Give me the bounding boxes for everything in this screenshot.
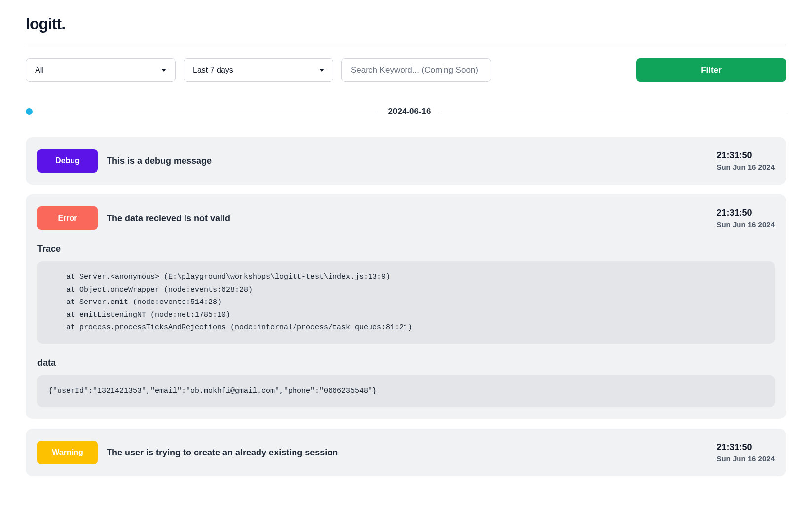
log-time: 21:31:50 (716, 208, 775, 218)
data-label: data (37, 358, 775, 368)
log-time: 21:31:50 (716, 151, 775, 161)
filter-type-select[interactable]: All (26, 58, 176, 82)
header-divider (26, 45, 786, 45)
brand-name: logitt (26, 15, 61, 33)
search-input[interactable] (341, 58, 491, 82)
filters-row: All Last 7 days Filter (26, 58, 786, 82)
divider-line (441, 112, 786, 112)
filter-range-value: Last 7 days (193, 66, 233, 75)
log-date: Sun Jun 16 2024 (716, 163, 775, 171)
level-badge: Debug (37, 149, 98, 173)
date-divider: 2024-06-16 (26, 106, 786, 117)
filter-type-value: All (35, 66, 44, 75)
log-entry: Debug This is a debug message 21:31:50 S… (26, 137, 786, 185)
date-group-label: 2024-06-16 (378, 107, 441, 116)
log-time: 21:31:50 (716, 442, 775, 453)
chevron-down-icon (161, 69, 166, 72)
log-message: The data recieved is not valid (107, 213, 707, 224)
log-message: This is a debug message (107, 156, 707, 166)
filter-range-select[interactable]: Last 7 days (184, 58, 333, 82)
divider-line (33, 112, 378, 112)
level-badge: Warning (37, 441, 98, 464)
log-entry: Error The data recieved is not valid 21:… (26, 194, 786, 419)
log-message: The user is trying to create an already … (107, 448, 707, 458)
trace-block: at Server.<anonymous> (E:\playground\wor… (37, 261, 775, 344)
log-date: Sun Jun 16 2024 (716, 220, 775, 228)
level-badge: Error (37, 206, 98, 230)
brand-logo: logitt. (26, 15, 786, 33)
log-timestamp: 21:31:50 Sun Jun 16 2024 (716, 151, 775, 172)
trace-label: Trace (37, 244, 775, 254)
timeline-dot-icon (26, 108, 33, 115)
chevron-down-icon (319, 69, 324, 72)
log-timestamp: 21:31:50 Sun Jun 16 2024 (716, 208, 775, 229)
data-block: {"userId":"1321421353","email":"ob.mokhf… (37, 375, 775, 408)
filter-button[interactable]: Filter (636, 58, 786, 82)
log-timestamp: 21:31:50 Sun Jun 16 2024 (716, 442, 775, 463)
log-date: Sun Jun 16 2024 (716, 454, 775, 463)
brand-dot: . (61, 15, 65, 33)
log-entry: Warning The user is trying to create an … (26, 429, 786, 476)
